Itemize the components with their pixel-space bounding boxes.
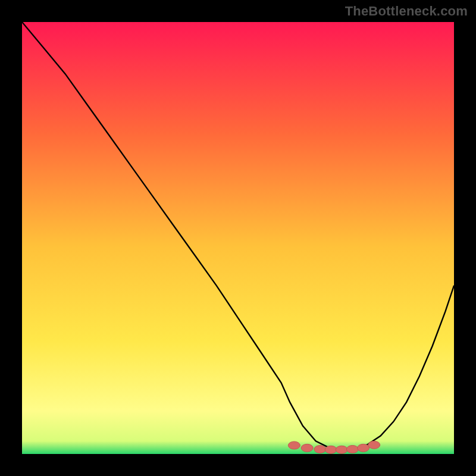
minimum-dot — [325, 446, 337, 453]
minimum-dot — [358, 444, 369, 452]
minimum-dot — [314, 446, 326, 453]
minimum-dot — [346, 446, 358, 453]
gradient-background — [22, 22, 454, 454]
plot-area — [22, 22, 454, 454]
chart-frame: TheBottleneck.com — [0, 0, 476, 476]
plot-svg — [22, 22, 454, 454]
minimum-dot — [336, 446, 347, 453]
minimum-dot — [368, 441, 380, 449]
minimum-dot — [288, 441, 300, 449]
minimum-dot — [301, 444, 313, 452]
watermark-text: TheBottleneck.com — [345, 4, 468, 19]
